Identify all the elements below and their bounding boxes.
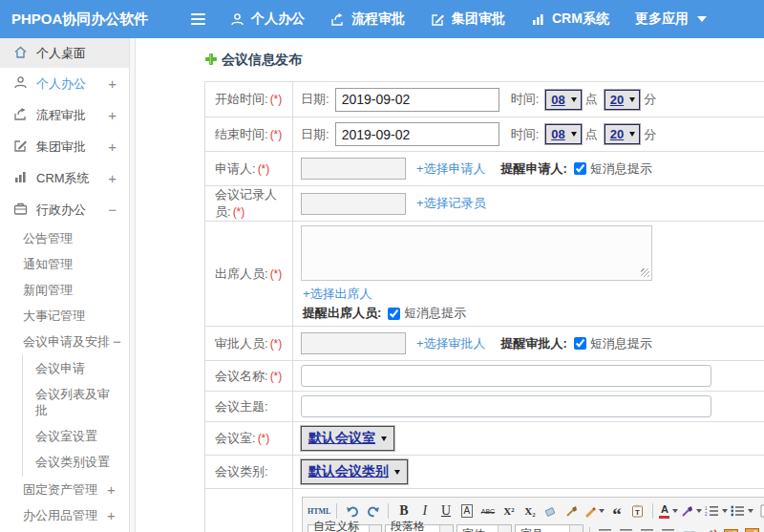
paragraph-format-select[interactable]: 段落格式 <box>385 524 454 532</box>
align-right-icon[interactable] <box>638 525 656 532</box>
field-label: 会议名称: <box>215 369 268 383</box>
background-color-icon[interactable] <box>681 501 702 521</box>
font-family-select[interactable]: 字体 <box>456 524 512 532</box>
align-center-icon[interactable] <box>617 525 635 532</box>
blockquote-button[interactable]: “ <box>607 501 626 521</box>
start-hour-select[interactable]: 08 <box>545 90 581 110</box>
approver-input[interactable] <box>301 332 406 354</box>
sidebar-item-meeting-room-settings[interactable]: 会议室设置 <box>23 424 112 450</box>
end-date-input[interactable] <box>335 122 499 146</box>
sidebar-item-workflow-approval[interactable]: 流程审批 + <box>0 99 129 131</box>
expand-icon: + <box>108 171 117 185</box>
chevron-down-icon <box>571 97 577 102</box>
minute-suffix: 分 <box>644 91 656 108</box>
top-bar: PHPOA协同办公软件 个人办公 流程审批 集团审批 CRM系统 更多应用 <box>0 0 764 38</box>
applicant-input[interactable] <box>301 158 406 180</box>
meeting-room-select[interactable]: 默认会议室 <box>301 426 394 451</box>
align-left-icon[interactable] <box>596 525 614 532</box>
sidebar-item-library-mgmt[interactable]: 图书管理 + <box>0 528 129 532</box>
sidebar-item-fixed-assets-mgmt[interactable]: 固定资产管理 + <box>0 477 129 502</box>
heading-select[interactable]: 自定义标题 <box>308 524 382 532</box>
sidebar-item-events-mgmt[interactable]: 大事记管理 <box>0 303 129 329</box>
choose-applicant-link[interactable]: +选择申请人 <box>416 160 486 178</box>
highlight-pen-icon[interactable] <box>584 501 605 521</box>
nav-crm-system[interactable]: CRM系统 <box>531 11 609 28</box>
applicant-sms-checkbox[interactable] <box>574 162 586 175</box>
sidebar-item-meeting-list-approval[interactable]: 会议列表及审批 <box>23 382 112 424</box>
date-label: 日期: <box>301 91 329 108</box>
eraser-icon[interactable] <box>541 501 560 521</box>
sidebar-item-personal-office[interactable]: 个人办公 + <box>0 68 129 99</box>
unlink-icon[interactable] <box>701 525 719 532</box>
format-brush-icon[interactable] <box>562 501 581 521</box>
image-icon[interactable] <box>722 525 740 532</box>
insert-multi-image-icon[interactable] <box>743 525 761 532</box>
link-icon[interactable] <box>680 525 698 532</box>
main-content: 会议信息发布 开始时间:(*) 日期: 时间: 08 点 20 分 <box>136 38 764 532</box>
person-icon <box>13 75 28 93</box>
recorder-input[interactable] <box>301 193 406 215</box>
choose-approver-link[interactable]: +选择审批人 <box>416 335 486 352</box>
sidebar-item-crm-system[interactable]: CRM系统 + <box>0 162 129 194</box>
workflow-icon <box>330 12 345 27</box>
approver-sms-checkbox[interactable] <box>574 337 586 350</box>
sidebar-item-desktop[interactable]: 个人桌面 <box>0 38 129 68</box>
attendees-textarea[interactable] <box>301 225 652 281</box>
underline-button[interactable]: U <box>436 501 455 521</box>
sidebar-item-admin-office[interactable]: 行政办公 − <box>0 194 129 225</box>
meeting-name-input[interactable] <box>301 365 711 387</box>
app-title: PHPOA协同办公软件 <box>0 11 178 29</box>
superscript-button[interactable]: X² <box>499 501 518 521</box>
sidebar-item-meeting-request-group[interactable]: 会议申请及安排 − <box>0 329 129 354</box>
choose-recorder-link[interactable]: +选择记录员 <box>416 195 486 212</box>
end-hour-select[interactable]: 08 <box>545 124 581 144</box>
field-label: 会议类别: <box>215 464 268 479</box>
ordered-list-icon[interactable]: 12 <box>705 501 728 521</box>
paste-icon[interactable]: T <box>628 501 647 521</box>
attendees-sms-checkbox[interactable] <box>388 308 400 320</box>
sidebar-item-meeting-apply[interactable]: 会议申请 <box>23 356 112 382</box>
align-justify-icon[interactable] <box>659 525 677 532</box>
field-label: 出席人员: <box>215 266 268 281</box>
nav-personal-office[interactable]: 个人办公 <box>230 11 305 28</box>
chevron-down-icon <box>672 509 678 513</box>
end-minute-select[interactable]: 20 <box>605 124 640 144</box>
choose-attendees-link[interactable]: +选择出席人 <box>303 286 372 303</box>
redo-button[interactable] <box>364 501 382 521</box>
meeting-category-select[interactable]: 默认会议类别 <box>301 459 408 484</box>
menu-toggle-icon[interactable] <box>191 13 205 25</box>
meeting-subject-input[interactable] <box>301 395 711 417</box>
start-minute-select[interactable]: 20 <box>605 90 640 110</box>
start-date-input[interactable] <box>335 88 499 112</box>
svg-text:1: 1 <box>705 506 708 511</box>
nav-group-approval[interactable]: 集团审批 <box>431 11 505 28</box>
required-mark: (*) <box>270 370 283 383</box>
style-button[interactable]: A <box>457 501 476 521</box>
person-icon <box>230 12 244 27</box>
unordered-list-icon[interactable] <box>731 501 753 521</box>
home-icon <box>13 45 28 62</box>
sidebar-item-office-supplies-mgmt[interactable]: 办公用品管理 + <box>0 502 129 528</box>
meeting-form: 开始时间:(*) 日期: 时间: 08 点 20 分 结束时间:(*) <box>204 81 764 532</box>
sms-label: 短消息提示 <box>590 335 652 352</box>
field-label: 会议主题: <box>215 399 268 414</box>
chevron-down-icon <box>571 132 577 137</box>
nav-more-apps[interactable]: 更多应用 <box>635 11 707 28</box>
rich-text-editor: HTML B I U A ABC X² X₂ <box>302 497 764 532</box>
sidebar-item-notice-mgmt[interactable]: 通知管理 <box>0 251 129 277</box>
sidebar-item-news-mgmt[interactable]: 新闻管理 <box>0 277 129 303</box>
new-page-icon[interactable] <box>756 501 764 521</box>
chevron-down-icon <box>629 132 635 137</box>
strikethrough-button[interactable]: ABC <box>478 501 497 521</box>
meeting-submenu: 会议申请 会议列表及审批 会议室设置 会议类别设置 <box>22 354 129 477</box>
sidebar-item-announcement-mgmt[interactable]: 公告管理 <box>0 225 129 251</box>
briefcase-icon <box>13 202 28 219</box>
font-color-button[interactable]: A <box>659 501 678 521</box>
sidebar-item-meeting-category-settings[interactable]: 会议类别设置 <box>23 450 112 476</box>
nav-workflow-approval[interactable]: 流程审批 <box>330 11 405 28</box>
sidebar-item-group-approval[interactable]: 集团审批 + <box>0 131 129 162</box>
font-size-select[interactable]: 字号 <box>515 524 584 532</box>
required-mark: (*) <box>270 267 283 281</box>
subscript-button[interactable]: X₂ <box>520 501 539 521</box>
required-mark: (*) <box>270 93 283 106</box>
